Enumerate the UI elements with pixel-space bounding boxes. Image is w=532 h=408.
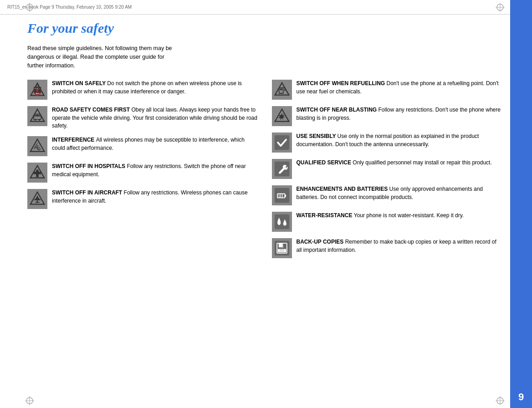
safety-item-blasting: SWITCH OFF NEAR BLASTING Follow any rest…	[272, 106, 503, 126]
right-sidebar	[510, 0, 532, 408]
page-title: For your safety	[27, 20, 502, 36]
item-text-interference: INTERFERENCE All wireless phones may be …	[52, 136, 258, 152]
safety-item-enhancements-batteries: ENHANCEMENTS AND BATTERIES Use only appr…	[272, 185, 503, 205]
icon-qualified-service	[272, 159, 292, 179]
item-title-enhancements-batteries: ENHANCEMENTS AND BATTERIES	[297, 186, 389, 192]
svg-point-21	[35, 119, 36, 121]
intro-text: Read these simple guidelines. Not follow…	[27, 44, 182, 70]
safety-item-use-sensibly: USE SENSIBLY Use only in the normal posi…	[272, 133, 503, 153]
svg-rect-28	[34, 172, 41, 174]
item-title-interference: INTERFERENCE	[52, 137, 96, 143]
safety-item-backup-copies: BACK-UP COPIES Remember to make back-up …	[272, 238, 503, 258]
main-content: For your safety Read these simple guidel…	[27, 20, 502, 394]
icon-backup-copies	[272, 238, 292, 258]
svg-rect-32	[280, 89, 282, 91]
corner-mark-tr	[496, 3, 505, 12]
corner-mark-br	[496, 396, 505, 405]
item-body-qualified-service: Only qualified personnel may install or …	[353, 159, 491, 166]
icon-switch-on-safely: 📵	[27, 80, 47, 100]
svg-point-22	[39, 119, 41, 121]
safety-item-switch-on-safely: 📵 SWITCH ON SAFELY Do not switch the pho…	[27, 80, 258, 100]
item-title-backup-copies: BACK-UP COPIES	[297, 239, 345, 245]
corner-mark-bl	[25, 396, 34, 405]
item-body-water-resistance: Your phone is not water-resistant. Keep …	[354, 212, 464, 219]
item-text-backup-copies: BACK-UP COPIES Remember to make back-up …	[297, 238, 503, 254]
item-title-road-safety: ROAD SAFETY COMES FIRST	[52, 107, 131, 113]
header-bar: RIT15_en.book Page 9 Thursday, February …	[0, 0, 510, 15]
icon-aircraft	[27, 189, 47, 209]
item-text-switch-on-safely: SWITCH ON SAFELY Do not switch the phone…	[52, 80, 258, 96]
item-text-water-resistance: WATER-RESISTANCE Your phone is not water…	[297, 212, 464, 219]
item-title-aircraft: SWITCH OFF IN AIRCRAFT	[52, 189, 124, 196]
item-title-qualified-service: QUALIFIED SERVICE	[297, 159, 353, 166]
item-text-use-sensibly: USE SENSIBLY Use only in the normal posi…	[297, 133, 503, 148]
item-title-blasting: SWITCH OFF NEAR BLASTING	[297, 107, 379, 113]
safety-item-qualified-service: QUALIFIED SERVICE Only qualified personn…	[272, 159, 503, 179]
icon-road-safety	[27, 106, 47, 126]
safety-item-road-safety: ROAD SAFETY COMES FIRST Obey all local l…	[27, 106, 258, 130]
icon-water-resistance	[272, 212, 292, 232]
item-text-blasting: SWITCH OFF NEAR BLASTING Follow any rest…	[297, 106, 503, 122]
svg-rect-37	[274, 188, 289, 203]
item-text-aircraft: SWITCH OFF IN AIRCRAFT Follow any restri…	[52, 189, 258, 205]
icon-blasting	[272, 106, 292, 126]
page-number: 9	[510, 386, 532, 408]
item-text-enhancements-batteries: ENHANCEMENTS AND BATTERIES Use only appr…	[297, 185, 503, 201]
item-text-refuelling: SWITCH OFF WHEN REFUELLING Don't use the…	[297, 80, 503, 96]
safety-item-refuelling: SWITCH OFF WHEN REFUELLING Don't use the…	[272, 80, 503, 100]
svg-rect-48	[278, 249, 286, 252]
icon-enhancements-batteries	[272, 185, 292, 205]
safety-item-water-resistance: WATER-RESISTANCE Your phone is not water…	[272, 212, 503, 232]
safety-item-hospitals: SWITCH OFF IN HOSPITALS Follow any restr…	[27, 163, 258, 183]
icon-hospitals	[27, 163, 47, 183]
svg-rect-43	[274, 214, 289, 229]
icon-refuelling	[272, 80, 292, 100]
left-column: 📵 SWITCH ON SAFELY Do not switch the pho…	[27, 80, 258, 265]
item-title-hospitals: SWITCH OFF IN HOSPITALS	[52, 163, 127, 169]
corner-mark-tl	[25, 3, 34, 12]
icon-use-sensibly	[272, 133, 292, 153]
right-column: SWITCH OFF WHEN REFUELLING Don't use the…	[272, 80, 503, 265]
item-text-road-safety: ROAD SAFETY COMES FIRST Obey all local l…	[52, 106, 258, 130]
item-title-use-sensibly: USE SENSIBLY	[297, 133, 338, 139]
icon-interference	[27, 136, 47, 156]
item-title-switch-on-safely: SWITCH ON SAFELY	[52, 80, 107, 87]
svg-rect-35	[274, 135, 289, 150]
item-text-hospitals: SWITCH OFF IN HOSPITALS Follow any restr…	[52, 163, 258, 178]
safety-item-aircraft: SWITCH OFF IN AIRCRAFT Follow any restri…	[27, 189, 258, 209]
safety-item-interference: INTERFERENCE All wireless phones may be …	[27, 136, 258, 156]
item-text-qualified-service: QUALIFIED SERVICE Only qualified personn…	[297, 159, 492, 167]
item-title-water-resistance: WATER-RESISTANCE	[297, 212, 354, 219]
columns-layout: 📵 SWITCH ON SAFELY Do not switch the pho…	[27, 80, 502, 265]
svg-rect-47	[282, 244, 283, 247]
svg-rect-39	[285, 194, 286, 197]
item-title-refuelling: SWITCH OFF WHEN REFUELLING	[297, 80, 387, 87]
